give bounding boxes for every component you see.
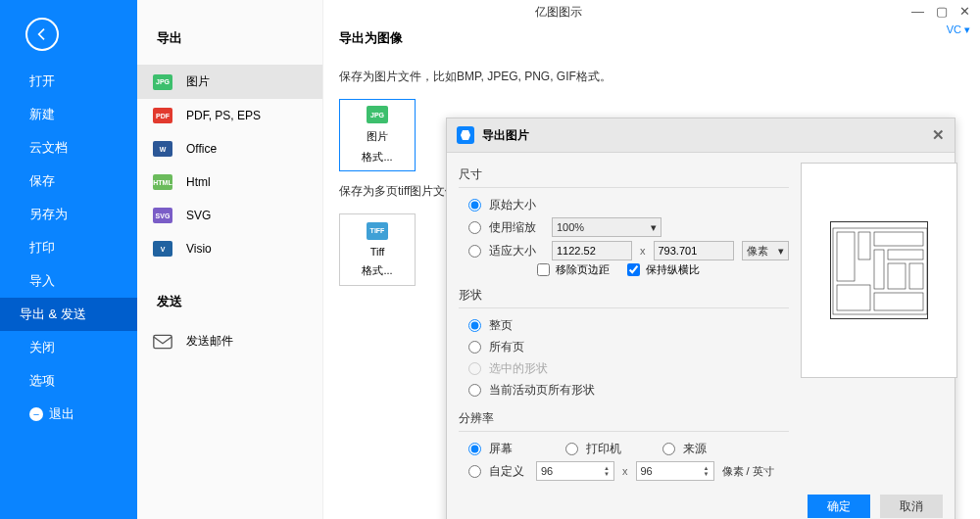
dialog-app-icon [457, 126, 474, 144]
radio-custom[interactable] [468, 465, 481, 478]
svg-rect-10 [874, 293, 923, 310]
nav-print[interactable]: 打印 [0, 231, 137, 264]
ok-button[interactable]: 确定 [808, 495, 870, 518]
word-icon: W [153, 141, 172, 157]
label-all: 所有页 [489, 339, 544, 355]
jpg-icon: JPG [153, 74, 172, 90]
svg-rect-5 [874, 250, 884, 289]
width-input[interactable] [552, 241, 632, 260]
group-resolution: 分辨率 [459, 410, 789, 427]
scale-select[interactable]: 100%▾ [552, 217, 662, 237]
export-item-label: Html [186, 175, 211, 189]
radio-all[interactable] [468, 341, 481, 354]
label-whole: 整页 [489, 317, 544, 334]
label-original: 原始大小 [489, 197, 544, 213]
export-item-label: 图片 [186, 73, 210, 90]
radio-active[interactable] [468, 384, 481, 397]
nav-open[interactable]: 打开 [0, 65, 137, 98]
label-active: 当前活动页所有形状 [489, 382, 595, 399]
svg-rect-7 [888, 263, 906, 289]
dialog-titlebar: 导出图片 ✕ [447, 118, 955, 153]
label-source: 来源 [683, 441, 738, 457]
preview-panel [801, 163, 957, 378]
svg-icon: SVG [153, 208, 172, 223]
nav-new[interactable]: 新建 [0, 98, 137, 131]
tile-label: 图片 [367, 129, 388, 144]
svg-rect-8 [909, 263, 923, 289]
visio-icon: V [153, 241, 172, 257]
export-item-pdf[interactable]: PDF PDF, PS, EPS [137, 99, 322, 132]
preview-thumbnail [830, 221, 928, 319]
height-input[interactable] [654, 241, 734, 260]
dialog-close-icon[interactable]: ✕ [932, 126, 945, 144]
export-item-label: Office [186, 142, 217, 156]
svg-rect-0 [154, 335, 172, 348]
radio-printer[interactable] [565, 443, 578, 455]
label-remove-margin: 移除页边距 [556, 262, 610, 277]
tile-sublabel: 格式... [362, 263, 392, 278]
tiff-icon: TIFF [367, 222, 388, 240]
label-selected: 选中的形状 [489, 360, 548, 377]
res-y-input[interactable]: 96▲▼ [636, 461, 714, 481]
unit-select[interactable]: 像素▾ [742, 241, 789, 260]
chk-remove-margin[interactable] [537, 263, 550, 276]
send-header: 发送 [137, 265, 322, 324]
export-column: 导出 JPG 图片 PDF PDF, PS, EPS W Office HTML… [137, 0, 323, 519]
label-printer: 打印机 [586, 441, 625, 457]
html-icon: HTML [153, 174, 172, 190]
mail-icon [153, 334, 172, 350]
svg-rect-3 [858, 232, 870, 260]
label-custom: 自定义 [489, 463, 528, 480]
format-tile-tiff[interactable]: TIFF Tiff 格式... [339, 213, 416, 286]
content-desc-1: 保存为图片文件，比如BMP, JPEG, PNG, GIF格式。 [339, 69, 964, 85]
nav-saveas[interactable]: 另存为 [0, 198, 137, 231]
nav-exit-label: 退出 [49, 405, 74, 423]
label-keep-ratio: 保持纵横比 [646, 262, 700, 277]
radio-selected [468, 362, 481, 375]
exit-icon: − [29, 407, 43, 421]
nav-exit[interactable]: − 退出 [0, 398, 137, 431]
svg-rect-1 [833, 228, 927, 314]
export-item-label: Visio [186, 242, 212, 256]
nav-cloud[interactable]: 云文档 [0, 131, 137, 165]
export-item-office[interactable]: W Office [137, 132, 322, 165]
svg-rect-6 [888, 250, 923, 260]
export-item-svg[interactable]: SVG SVG [137, 199, 322, 232]
radio-scale[interactable] [468, 221, 481, 234]
cancel-button[interactable]: 取消 [880, 495, 943, 518]
export-dialog: 导出图片 ✕ 尺寸 原始大小 使用缩放 100%▾ 适应大小 x 像素▾ 移除页… [446, 118, 956, 519]
nav-import[interactable]: 导入 [0, 264, 137, 298]
content-header: 导出为图像 [339, 29, 964, 47]
radio-screen[interactable] [468, 443, 481, 455]
tile-sublabel: 格式... [362, 150, 392, 165]
export-item-label: PDF, PS, EPS [186, 109, 261, 122]
tile-label: Tiff [370, 246, 385, 258]
svg-rect-2 [837, 232, 855, 281]
radio-fit[interactable] [468, 245, 481, 258]
label-screen: 屏幕 [489, 441, 528, 457]
group-shape: 形状 [459, 287, 789, 304]
send-email[interactable]: 发送邮件 [137, 324, 322, 358]
export-item-image[interactable]: JPG 图片 [137, 65, 322, 99]
radio-original[interactable] [468, 199, 481, 212]
radio-whole[interactable] [468, 319, 481, 332]
export-item-label: SVG [186, 209, 211, 222]
nav-close[interactable]: 关闭 [0, 331, 137, 364]
chk-keep-ratio[interactable] [627, 263, 640, 276]
export-header: 导出 [137, 0, 322, 65]
nav-options[interactable]: 选项 [0, 364, 137, 398]
pdf-icon: PDF [153, 108, 172, 123]
jpg-icon: JPG [367, 106, 388, 123]
label-scale: 使用缩放 [489, 219, 544, 236]
nav-export-send[interactable]: 导出 & 发送 [0, 298, 137, 331]
export-item-visio[interactable]: V Visio [137, 232, 322, 265]
format-tile-image[interactable]: JPG 图片 格式... [339, 99, 416, 171]
res-x-input[interactable]: 96▲▼ [536, 461, 614, 481]
export-item-html[interactable]: HTML Html [137, 165, 322, 199]
back-button[interactable] [25, 18, 59, 51]
radio-source[interactable] [662, 443, 675, 455]
dialog-title: 导出图片 [482, 127, 529, 144]
sidebar: 打开 新建 云文档 保存 另存为 打印 导入 导出 & 发送 关闭 选项 − 退… [0, 0, 137, 519]
svg-rect-9 [837, 285, 870, 310]
nav-save[interactable]: 保存 [0, 165, 137, 198]
